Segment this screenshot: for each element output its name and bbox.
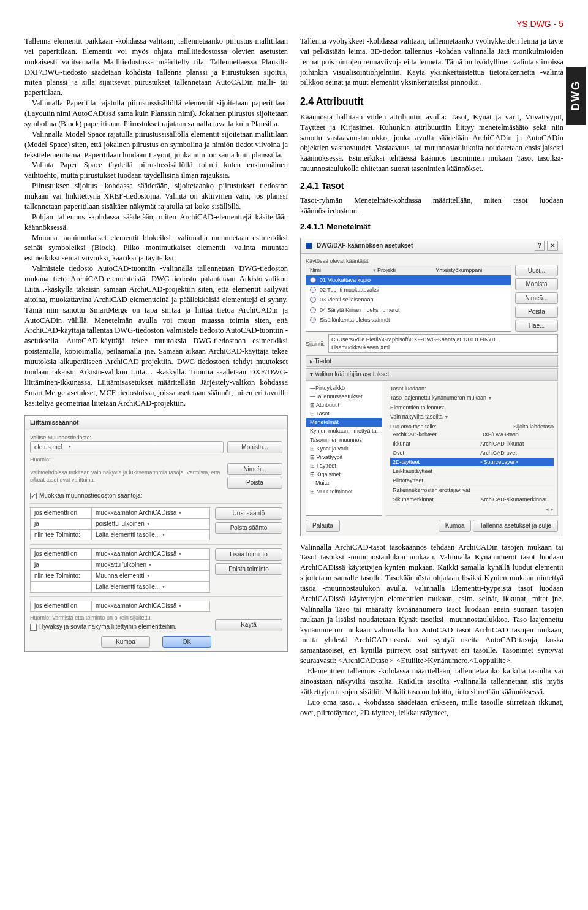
footnote: Huomio: Varmista että toiminto on oikein… xyxy=(30,614,210,621)
col-proj: ▾ Projekti xyxy=(373,267,432,274)
top-label: Käytössä olevat kääntäjät xyxy=(306,257,558,265)
save-close-button[interactable]: Tallenna asetukset ja sulje xyxy=(473,520,558,532)
apply-button[interactable]: Käytä xyxy=(215,619,282,631)
dialog-title: Liittämissäännöt xyxy=(25,416,287,430)
taso-method-dd[interactable]: Taso laajennettu kynänumeron mukaan xyxy=(390,394,554,402)
right-p4: Valinnalla ArchiCAD-tasot tasokäännös te… xyxy=(300,542,564,667)
conv-item-3[interactable]: 04 Säilytä Kiinan indeksinumerot xyxy=(306,305,511,315)
rule-3a: niin tee Toiminto: xyxy=(30,529,91,540)
add-action-button[interactable]: Lisää toiminto xyxy=(215,548,282,561)
edit-rules-check[interactable] xyxy=(30,493,37,499)
select-conv-label: Valitse Muunnostiedosto: xyxy=(30,434,282,441)
merge-rules-dialog: Liittämissäännöt Valitse Muunnostiedosto… xyxy=(24,415,288,652)
del-button[interactable]: Poista xyxy=(515,306,558,318)
duplicate-button[interactable]: Monista... xyxy=(227,441,282,453)
luo-taso-label: Luo oma taso tälle: xyxy=(390,423,437,430)
path-box: C:\Users\Ville Pietilä\Graphisoft\DXF-DW… xyxy=(328,334,558,352)
hint-text: Vaihtoehdoissa tutkitaan vain näkyviä ja… xyxy=(30,469,224,483)
new-rule-button[interactable]: Uusi sääntö xyxy=(215,507,282,520)
del-action-button[interactable]: Poista toiminto xyxy=(215,563,282,575)
settings-tree[interactable]: —Pirtoyksikkö —Tallennusasetukset ⊞ Attr… xyxy=(306,382,382,516)
right-p2: Käännöstä hallitaan viiden attribuutin a… xyxy=(300,112,564,174)
apply-view-check[interactable] xyxy=(30,624,37,631)
rule-3b[interactable]: Laita elementti tasolle... xyxy=(91,529,210,540)
left-p3: Valinnalla Model Space rajatulla piirust… xyxy=(24,129,288,161)
close-icon[interactable]: ✕ xyxy=(547,241,558,251)
right-p5: Elementtien tallennus -kohdassa määritel… xyxy=(300,666,564,697)
layer-map-table[interactable]: ArchiCAD-kohteetDXF/DWG-taso IkkunatArch… xyxy=(390,430,554,504)
right-p6: Luo oma taso… -kohdassa säädetään erikse… xyxy=(300,697,564,718)
right-p3: Tasot-ryhmän Menetelmät-kohdassa määrite… xyxy=(300,195,564,216)
rule-7b[interactable]: Laita elementti tasolle... xyxy=(91,582,210,593)
rule-8a: jos elementti on xyxy=(30,601,91,612)
rule-6b[interactable]: Muunna elementti xyxy=(91,571,210,582)
rule-8b[interactable]: muokkaamaton ArchiCADissä xyxy=(91,601,210,612)
elem-tall-dd[interactable]: Vain näkyviltä tasoilta xyxy=(390,413,554,421)
side-tab-dwg: DWG xyxy=(566,67,586,125)
edit-rules-label: Muokkaa muunnostiedoston sääntöjä: xyxy=(39,492,142,499)
page-id: YS.DWG - 5 xyxy=(24,18,564,30)
rule-2b[interactable]: poistettu 'ulkoinen xyxy=(91,518,210,529)
cancel2-button[interactable]: Kumoa xyxy=(439,520,472,532)
col-name: Nimi xyxy=(310,267,369,274)
left-p7: Muunna monimutkaiset elementit blokeiksi… xyxy=(24,233,288,264)
loc-label: Sijaintii: xyxy=(306,340,325,347)
apply-view-label: Hyväksy ja sovita näkymä liitettyihin el… xyxy=(39,623,176,630)
sec-valitun[interactable]: ▾ Valitun kääntäjän asetukset xyxy=(306,368,558,381)
help-icon[interactable]: ? xyxy=(535,241,545,251)
dup-button[interactable]: Monista xyxy=(515,278,558,290)
sij-lah-label: Sijoita lähdetaso xyxy=(513,423,554,430)
del-rule-button[interactable]: Poista sääntö xyxy=(215,522,282,534)
dlg-title-text: DWG/DXF-käännöksen asetukset xyxy=(317,241,413,250)
left-p6: Pohjan tallennus -kohdassa säädetään, mi… xyxy=(24,212,288,233)
rule-6a: niin tee Toiminto: xyxy=(30,571,91,582)
new-button[interactable]: Uusi... xyxy=(515,265,558,277)
rule-2a: ja xyxy=(30,518,91,529)
app-icon xyxy=(306,243,312,249)
heading-2-4-1-1: 2.4.1.1 Menetelmät xyxy=(300,221,564,232)
left-p8: Valmistele tiedosto AutoCAD-tuontiin -va… xyxy=(24,264,288,408)
rule-4a: jos elementti on xyxy=(30,548,91,559)
rule-5b[interactable]: muokattu 'ulkoinen xyxy=(91,559,210,571)
right-p1: Tallenna vyöhykkeet -kohdassa valitaan, … xyxy=(300,36,564,88)
tasot-luodaan-label: Tasot luodaan: xyxy=(390,385,554,392)
dwg-settings-dialog: DWG/DXF-käännöksen asetukset ? ✕ Käytöss… xyxy=(300,238,564,536)
heading-2-4-1: 2.4.1 Tasot xyxy=(300,180,564,192)
left-p2: Valinnalla Paperitila rajatulla piirustu… xyxy=(24,98,288,129)
sec-tiedot[interactable]: ▸ Tiedot xyxy=(306,355,558,368)
rule-5a: ja xyxy=(30,559,91,571)
rename-button[interactable]: Nimeä... xyxy=(227,463,282,476)
scroll-indicator: ◂ ▸ xyxy=(390,506,554,513)
conv-item-0[interactable]: 01 Muokattava kopio xyxy=(306,275,511,285)
delete-button[interactable]: Poista xyxy=(227,477,282,489)
cancel-button[interactable]: Kumoa xyxy=(101,636,150,648)
left-p4: Valinta Paper Space täydellä piirustussi… xyxy=(24,160,288,181)
hint-label: Huomio: xyxy=(30,457,51,463)
right-column: Tallenna vyöhykkeet -kohdassa valitaan, … xyxy=(300,36,564,718)
get-button[interactable]: Hae... xyxy=(515,320,558,332)
ok-button[interactable]: OK xyxy=(162,636,211,648)
left-p1: Tallenna elementit paikkaan -kohdassa va… xyxy=(24,36,288,98)
conv-item-4[interactable]: Sisällönkenttä oletuskäännöt xyxy=(306,315,511,325)
rule-4b[interactable]: muokkaamaton ArchiCADissä xyxy=(91,548,210,559)
rule-1a: jos elementti on xyxy=(30,507,91,518)
restore-button[interactable]: Palauta xyxy=(306,520,340,532)
conv-item-1[interactable]: 02 Tuonti muokattavaksi xyxy=(306,285,511,295)
ren-button[interactable]: Nimeä... xyxy=(515,292,558,305)
col-partner: Yhteistyökumppani xyxy=(435,267,482,274)
methods-panel: Tasot luodaan: Taso laajennettu kynänume… xyxy=(386,382,558,516)
conv-item-2[interactable]: 03 Vienti sellaisenaan xyxy=(306,295,511,305)
left-column: Tallenna elementit paikkaan -kohdassa va… xyxy=(24,36,288,718)
left-p5: Piirustuksen sijoitus -kohdassa säädetää… xyxy=(24,181,288,212)
conv-file-dropdown[interactable]: oletus.mcf xyxy=(30,441,224,453)
rule-1b[interactable]: muokkaamaton ArchiCADissä xyxy=(91,507,210,518)
elem-tall-label: Elementtien tallennus: xyxy=(390,404,554,411)
heading-2-4: 2.4 Attribuutit xyxy=(300,95,564,108)
